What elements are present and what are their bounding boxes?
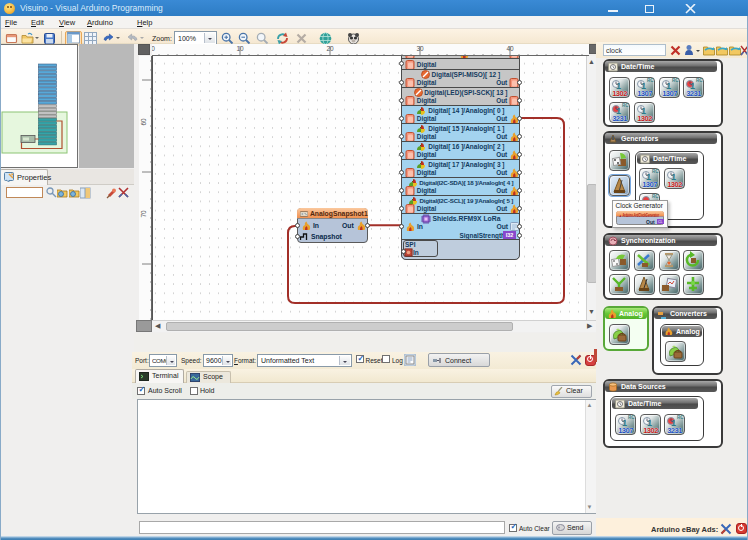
svg-text:20: 20: [326, 45, 334, 52]
svg-text:70: 70: [140, 210, 147, 218]
svg-text:▲ Arduino.ArdClockGenerator: ▲ Arduino.ArdClockGenerator: [619, 212, 659, 217]
svg-text:10: 10: [236, 45, 244, 52]
svg-text:40: 40: [506, 45, 514, 52]
svg-text:60: 60: [140, 118, 147, 126]
svg-text:Out: Out: [646, 218, 655, 224]
svg-text:30: 30: [416, 45, 424, 52]
svg-text:CL: CL: [658, 220, 663, 224]
svg-text:0: 0: [152, 45, 155, 52]
